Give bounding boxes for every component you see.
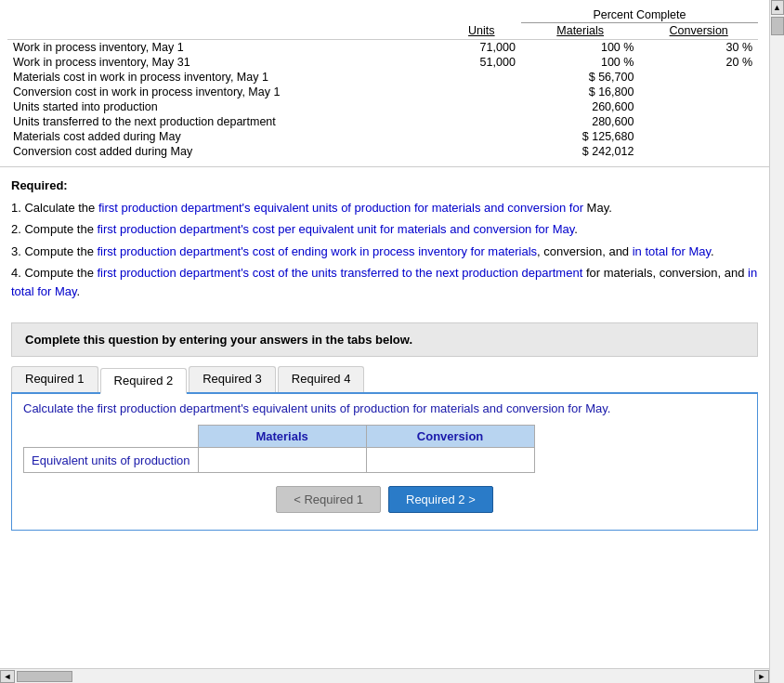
nav-buttons: < Required 1 Required 2 >	[23, 486, 746, 513]
inventory-table: Percent Complete Units Materials Convers…	[7, 7, 758, 159]
scroll-right-arrow[interactable]: ►	[754, 670, 769, 683]
instruction-box: Complete this question by entering your …	[11, 322, 758, 357]
conversion-input-cell[interactable]	[366, 448, 534, 473]
table-row: Conversion cost in work in process inven…	[7, 85, 758, 99]
table-row: Equivalent units of production	[24, 448, 535, 473]
tab-req2[interactable]: Required 2	[100, 368, 188, 394]
row-units	[442, 129, 521, 144]
tab-req4[interactable]: Required 4	[278, 366, 365, 392]
tab-description: Calculate the first production departmen…	[23, 401, 610, 415]
row-materials: 100 %	[521, 55, 640, 70]
row-conversion	[639, 129, 758, 144]
tab-content-area: Calculate the first production departmen…	[11, 394, 758, 531]
tab-req3[interactable]: Required 3	[189, 366, 276, 392]
tabs-section: Required 1Required 2Required 3Required 4…	[11, 366, 758, 531]
percent-complete-header: Percent Complete	[521, 7, 758, 23]
table-row: Units started into production260,600	[7, 99, 758, 114]
row-conversion: 20 %	[639, 55, 758, 70]
scroll-up-arrow[interactable]: ▲	[771, 0, 784, 15]
required-item: 4. Compute the first production departme…	[11, 264, 758, 300]
table-row: Materials cost in work in process invent…	[7, 70, 758, 85]
materials-input[interactable]	[199, 448, 366, 472]
table-row: Work in process inventory, May 171,00010…	[7, 40, 758, 56]
row-label: Conversion cost in work in process inven…	[7, 85, 442, 99]
row-units	[442, 99, 521, 114]
row-units	[442, 114, 521, 129]
conversion-input[interactable]	[367, 448, 534, 472]
units-header	[442, 7, 521, 23]
row-conversion	[639, 70, 758, 85]
table-empty-header	[7, 7, 442, 23]
row-units: 51,000	[442, 55, 521, 70]
row-label: Work in process inventory, May 31	[7, 55, 442, 70]
materials-answer-header: Materials	[198, 426, 366, 448]
units-col-header: Units	[442, 23, 521, 40]
required-heading: Required:	[11, 177, 758, 195]
answer-table-section: Materials Conversion Equivalent units of…	[23, 425, 746, 473]
conversion-answer-header: Conversion	[366, 426, 534, 448]
required-item: 2. Compute the first production departme…	[11, 220, 758, 239]
table-row: Work in process inventory, May 3151,0001…	[7, 55, 758, 70]
row-conversion	[639, 114, 758, 129]
row-materials: $ 56,700	[521, 70, 640, 85]
tabs-row: Required 1Required 2Required 3Required 4	[11, 366, 758, 394]
row-label: Equivalent units of production	[24, 448, 199, 473]
required-item: 3. Compute the first production departme…	[11, 243, 758, 261]
scroll-thumb[interactable]	[771, 17, 784, 35]
row-materials: $ 125,680	[521, 129, 640, 144]
required-section: Required: 1. Calculate the first product…	[0, 167, 769, 313]
row-units	[442, 144, 521, 159]
row-label: Units transferred to the next production…	[7, 114, 442, 129]
scrollbar-bottom[interactable]: ◄ ►	[0, 668, 769, 683]
row-units: 71,000	[442, 40, 521, 56]
row-units	[442, 70, 521, 85]
materials-input-cell[interactable]	[198, 448, 366, 473]
instruction-text: Complete this question by entering your …	[25, 333, 412, 347]
row-label: Work in process inventory, May 1	[7, 40, 442, 56]
row-label: Materials cost added during May	[7, 129, 442, 144]
table-row: Materials cost added during May$ 125,680	[7, 129, 758, 144]
table-label-col	[7, 23, 442, 40]
row-materials: $ 16,800	[521, 85, 640, 99]
scroll-bottom-thumb[interactable]	[17, 671, 72, 682]
table-row: Conversion cost added during May$ 242,01…	[7, 144, 758, 159]
next-button[interactable]: Required 2 >	[388, 486, 493, 513]
row-label: Materials cost in work in process invent…	[7, 70, 442, 85]
row-materials: $ 242,012	[521, 144, 640, 159]
prev-button[interactable]: < Required 1	[276, 486, 381, 513]
row-conversion	[639, 144, 758, 159]
row-label: Units started into production	[7, 99, 442, 114]
scroll-left-arrow[interactable]: ◄	[0, 670, 15, 683]
materials-col-header: Materials	[521, 23, 640, 40]
row-conversion	[639, 99, 758, 114]
row-units	[442, 85, 521, 99]
row-materials: 280,600	[521, 114, 640, 129]
table-row: Units transferred to the next production…	[7, 114, 758, 129]
data-table-section: Percent Complete Units Materials Convers…	[0, 0, 769, 167]
row-conversion	[639, 85, 758, 99]
answer-table: Materials Conversion Equivalent units of…	[23, 425, 535, 473]
row-materials: 100 %	[521, 40, 640, 56]
required-item: 1. Calculate the first production depart…	[11, 199, 758, 217]
conversion-col-header: Conversion	[639, 23, 758, 40]
tab-req1[interactable]: Required 1	[11, 366, 98, 392]
row-conversion: 30 %	[639, 40, 758, 56]
row-label: Conversion cost added during May	[7, 144, 442, 159]
row-materials: 260,600	[521, 99, 640, 114]
scrollbar-right[interactable]: ▲	[769, 0, 784, 683]
